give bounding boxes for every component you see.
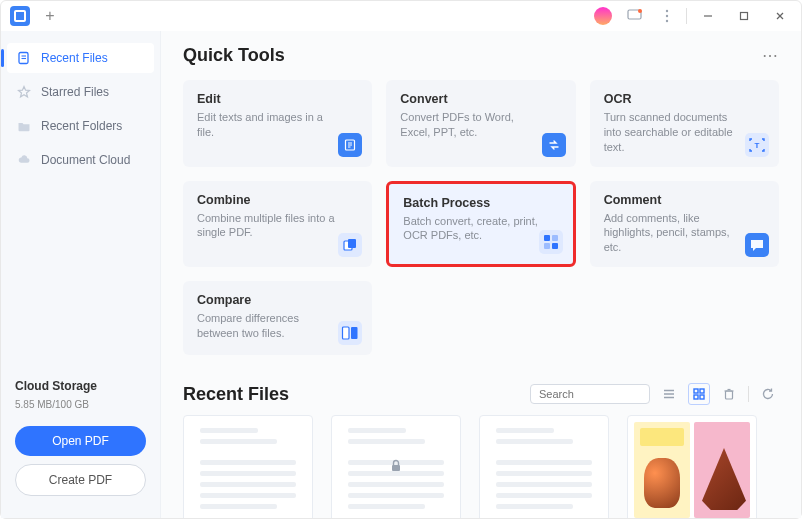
window-maximize-button[interactable] bbox=[729, 5, 759, 27]
sidebar-item-label: Document Cloud bbox=[41, 153, 130, 167]
thumbnail-preview-icon bbox=[694, 422, 750, 518]
titlebar: + bbox=[1, 1, 801, 31]
svg-rect-21 bbox=[552, 235, 558, 241]
recent-file-thumb-locked[interactable] bbox=[331, 415, 461, 518]
svg-rect-23 bbox=[552, 243, 558, 249]
batch-icon bbox=[539, 230, 563, 254]
sidebar-item-label: Recent Folders bbox=[41, 119, 122, 133]
doc-placeholder-icon bbox=[496, 428, 592, 509]
tool-title: Convert bbox=[400, 92, 561, 106]
svg-rect-38 bbox=[392, 465, 400, 471]
quick-tools-heading: Quick Tools bbox=[183, 45, 285, 66]
ocr-icon: T bbox=[745, 133, 769, 157]
tool-edit[interactable]: Edit Edit texts and images in a file. bbox=[183, 80, 372, 167]
tool-title: Combine bbox=[197, 193, 358, 207]
svg-point-2 bbox=[666, 10, 668, 12]
recent-files-heading: Recent Files bbox=[183, 384, 289, 405]
recent-file-thumb[interactable] bbox=[183, 415, 313, 518]
svg-rect-6 bbox=[741, 13, 748, 20]
trash-button[interactable] bbox=[718, 383, 740, 405]
tool-title: Comment bbox=[604, 193, 765, 207]
svg-marker-12 bbox=[19, 87, 30, 98]
tool-combine[interactable]: Combine Combine multiple files into a si… bbox=[183, 181, 372, 268]
folder-icon bbox=[17, 119, 31, 133]
tool-comment[interactable]: Comment Add comments, like highlights, p… bbox=[590, 181, 779, 268]
cloud-icon bbox=[17, 153, 31, 167]
tool-desc: Turn scanned documents into searchable o… bbox=[604, 110, 744, 155]
tool-compare[interactable]: Compare Compare differences between two … bbox=[183, 281, 372, 355]
tool-batch-process[interactable]: Batch Process Batch convert, create, pri… bbox=[386, 181, 575, 268]
tool-title: Compare bbox=[197, 293, 358, 307]
doc-placeholder-icon bbox=[200, 428, 296, 509]
recent-icon bbox=[17, 51, 31, 65]
cloud-storage-usage: 5.85 MB/100 GB bbox=[15, 399, 146, 410]
lock-icon bbox=[388, 458, 404, 474]
star-icon bbox=[17, 85, 31, 99]
tool-convert[interactable]: Convert Convert PDFs to Word, Excel, PPT… bbox=[386, 80, 575, 167]
view-list-button[interactable] bbox=[658, 383, 680, 405]
sidebar-item-recent-files[interactable]: Recent Files bbox=[7, 43, 154, 73]
svg-rect-32 bbox=[700, 389, 704, 393]
sidebar-item-starred-files[interactable]: Starred Files bbox=[7, 77, 154, 107]
tool-desc: Add comments, like highlights, pencil, s… bbox=[604, 211, 744, 256]
recent-file-thumb-preview[interactable] bbox=[627, 415, 757, 518]
sidebar: Recent Files Starred Files Recent Folder… bbox=[1, 31, 161, 518]
svg-point-4 bbox=[666, 20, 668, 22]
svg-rect-19 bbox=[348, 239, 356, 248]
svg-rect-33 bbox=[694, 395, 698, 399]
quick-tools-more-icon[interactable]: ⋯ bbox=[762, 46, 779, 65]
view-grid-button[interactable] bbox=[688, 383, 710, 405]
sidebar-item-label: Recent Files bbox=[41, 51, 108, 65]
titlebar-divider bbox=[686, 8, 687, 24]
svg-rect-35 bbox=[726, 391, 733, 399]
tool-desc: Edit texts and images in a file. bbox=[197, 110, 337, 140]
tool-title: OCR bbox=[604, 92, 765, 106]
tool-desc: Combine multiple files into a single PDF… bbox=[197, 211, 337, 241]
controls-divider bbox=[748, 386, 749, 402]
sidebar-item-recent-folders[interactable]: Recent Folders bbox=[7, 111, 154, 141]
svg-point-3 bbox=[666, 15, 668, 17]
compare-icon bbox=[338, 321, 362, 345]
svg-rect-25 bbox=[351, 327, 358, 339]
refresh-button[interactable] bbox=[757, 383, 779, 405]
open-pdf-button[interactable]: Open PDF bbox=[15, 426, 146, 456]
sidebar-item-document-cloud[interactable]: Document Cloud bbox=[7, 145, 154, 175]
svg-point-1 bbox=[638, 9, 642, 13]
tool-desc: Convert PDFs to Word, Excel, PPT, etc. bbox=[400, 110, 540, 140]
message-icon[interactable] bbox=[622, 5, 648, 27]
app-window: + bbox=[0, 0, 802, 519]
tool-desc: Compare differences between two files. bbox=[197, 311, 337, 341]
edit-icon bbox=[338, 133, 362, 157]
svg-rect-24 bbox=[343, 327, 350, 339]
recent-file-thumb[interactable] bbox=[479, 415, 609, 518]
thumbnail-preview-icon bbox=[634, 422, 690, 518]
combine-icon bbox=[338, 233, 362, 257]
user-avatar[interactable] bbox=[590, 5, 616, 27]
search-input[interactable] bbox=[539, 388, 677, 400]
svg-rect-31 bbox=[694, 389, 698, 393]
kebab-menu-icon[interactable] bbox=[654, 5, 680, 27]
create-pdf-button[interactable]: Create PDF bbox=[15, 464, 146, 496]
svg-rect-34 bbox=[700, 395, 704, 399]
app-logo[interactable] bbox=[7, 3, 33, 29]
svg-rect-20 bbox=[544, 235, 550, 241]
svg-text:T: T bbox=[755, 141, 760, 150]
tool-title: Edit bbox=[197, 92, 358, 106]
tool-desc: Batch convert, create, print, OCR PDFs, … bbox=[403, 214, 543, 244]
window-minimize-button[interactable] bbox=[693, 5, 723, 27]
svg-rect-22 bbox=[544, 243, 550, 249]
main-content: Quick Tools ⋯ Edit Edit texts and images… bbox=[161, 31, 801, 518]
search-box[interactable] bbox=[530, 384, 650, 404]
window-close-button[interactable] bbox=[765, 5, 795, 27]
tool-ocr[interactable]: OCR Turn scanned documents into searchab… bbox=[590, 80, 779, 167]
cloud-storage-heading: Cloud Storage bbox=[15, 379, 146, 393]
tool-title: Batch Process bbox=[403, 196, 558, 210]
convert-icon bbox=[542, 133, 566, 157]
new-tab-button[interactable]: + bbox=[37, 3, 63, 29]
comment-icon bbox=[745, 233, 769, 257]
sidebar-item-label: Starred Files bbox=[41, 85, 109, 99]
